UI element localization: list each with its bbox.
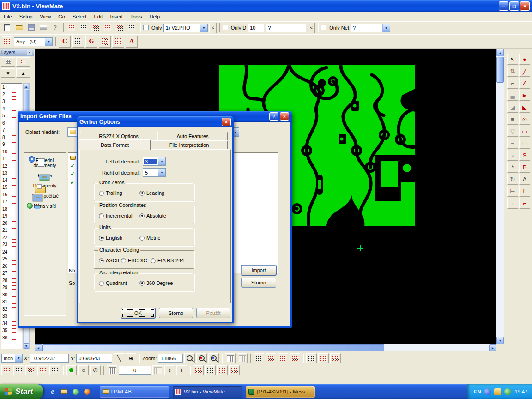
layer-row[interactable]: 35 [1,327,22,334]
scroll-up-icon[interactable]: ▲ [496,49,504,56]
chevron-down-icon[interactable]: ▼ [382,24,390,32]
vertical-scrollbar[interactable]: ▲ ▼ [496,49,504,344]
layer-color-box[interactable] [12,114,16,118]
units-english-radio[interactable]: English [99,235,122,241]
layer-color-box[interactable] [12,164,16,168]
arc-quadrant-radio[interactable]: Quadrant [99,280,127,286]
pad-b-button[interactable] [112,36,124,48]
layer-color-box[interactable] [12,328,16,332]
d-query-field[interactable]: ? [266,24,306,32]
import-cancel-button[interactable]: Storno [241,278,276,288]
spline-tool[interactable]: S [519,150,530,161]
circle-mode-button[interactable]: ○ [78,365,89,375]
radio-icon[interactable] [121,258,126,263]
menu-item-insert[interactable]: Insert [106,13,127,20]
rect-tool[interactable]: ▭ [519,126,530,137]
paint-filter-1-button[interactable] [193,365,204,375]
gerber-dialog-titlebar[interactable]: Gerber Options × [77,116,234,127]
layer-color-box[interactable] [12,107,16,111]
chevron-down-icon[interactable]: ▼ [45,38,52,46]
pad-filter-1-button[interactable] [254,353,264,363]
import-button[interactable]: Import [241,265,276,275]
pad-flash-tool[interactable]: ● [519,54,530,65]
layer-color-box[interactable] [12,214,16,218]
layer-color-box[interactable] [12,92,16,97]
x-coordinate-field[interactable]: -0.942237 [30,354,69,363]
dot-grid-button[interactable] [152,365,163,375]
aperture-selector[interactable]: Any (U) ▼ [14,37,53,46]
y-coordinate-field[interactable]: 0.690643 [76,354,112,363]
scroll-down-icon[interactable]: ▼ [496,337,504,344]
order-tool[interactable]: ⇅ [507,66,518,77]
layer-color-box[interactable] [12,300,16,304]
layer-color-box[interactable] [12,99,16,103]
pad-filter-4-button[interactable] [290,353,300,363]
trace-view-button[interactable] [103,23,113,33]
pad-filter-3-button[interactable] [278,353,288,363]
coding-ebcdic-radio[interactable]: EBCDIC [121,258,147,263]
layers-scroll-up-icon[interactable]: ▲ [24,84,29,89]
pad-filter-2-button[interactable] [266,353,276,363]
pad-filter-6-button[interactable] [318,353,329,363]
internet-explorer-icon[interactable]: e [48,387,57,396]
origin-button[interactable]: ⊕ [126,353,136,363]
prev-file-button[interactable]: < [209,23,217,33]
grid-setup-button[interactable] [107,365,117,375]
null-aperture-button[interactable]: ∅ [90,365,101,375]
highlight-button[interactable] [79,23,89,33]
layer-color-box[interactable] [12,236,16,240]
menu-item-view[interactable]: View [36,13,54,20]
taskbar-task-mlab[interactable]: D:\MLAB [100,386,169,398]
arc-360-radio[interactable]: 360 Degree [139,280,173,286]
messenger-icon[interactable] [71,387,80,396]
settings-tool[interactable]: * [507,162,518,173]
layer-color-box[interactable] [12,171,16,175]
layer-color-box[interactable] [12,193,16,197]
position-incremental-radio[interactable]: Incremental [99,213,132,218]
line-tool[interactable]: ╱ [519,66,530,77]
circle-aperture-button[interactable]: C [59,36,71,48]
status-led-button[interactable] [66,365,77,375]
rotate-tool[interactable]: ↻ [507,174,518,185]
omit-zeros-trailing-radio[interactable]: Trailing [99,190,122,196]
open-file-button[interactable] [14,23,24,33]
corner-step-tool[interactable]: ⌐ [507,78,518,89]
coding-eia-radio[interactable]: EIA RS-244 [151,258,184,263]
radio-icon[interactable] [151,258,156,263]
layer-color-box[interactable] [12,200,16,204]
paint-filter-2-button[interactable] [205,365,216,375]
prev-d-button[interactable]: < [308,23,315,33]
radio-selected-icon[interactable] [99,258,104,263]
layer-color-box[interactable] [12,228,16,232]
scroll-right-icon[interactable]: ► [489,344,496,351]
layer-color-box[interactable] [12,207,16,211]
layer-row[interactable]: 36 [1,334,22,342]
radio-selected-icon[interactable] [139,281,145,286]
pad-filter-5-button[interactable] [306,353,317,363]
layer-table-button[interactable] [1,57,15,66]
tab-data-format[interactable]: Data Format [79,139,151,150]
layer-color-box[interactable] [12,250,16,254]
dialog-close-button[interactable]: × [280,112,289,121]
target-tool[interactable]: ⊙ [519,114,530,125]
coding-ascii-radio[interactable]: ASCII [99,258,119,263]
layers-scroll-down-icon[interactable]: ▼ [24,343,29,349]
scroll-left-icon[interactable]: ◄ [35,344,42,351]
menu-item-setup[interactable]: Setup [16,13,36,20]
text-tool[interactable]: A [519,174,530,185]
snap-grid-button[interactable] [237,353,248,363]
probe-tool[interactable]: P [519,162,530,173]
draw-mode-4-button[interactable] [37,365,48,375]
radio-selected-icon[interactable] [99,236,104,241]
layer-row[interactable]: 1+ [1,84,22,91]
vertical-scroll-thumb[interactable] [496,57,504,83]
menu-item-edit[interactable]: Edit [90,13,106,20]
language-indicator[interactable]: EN [474,389,481,394]
menu-item-tools[interactable]: Tools [127,13,146,20]
context-help-button[interactable]: ? [50,23,60,33]
layer-color-box[interactable] [12,285,16,290]
net-selector[interactable]: ? ▼ [351,24,390,32]
layer-color-box[interactable] [12,128,16,132]
menu-item-select[interactable]: Select [69,13,91,20]
place-recent-documents[interactable]: Poslední dokumenty [24,158,66,168]
